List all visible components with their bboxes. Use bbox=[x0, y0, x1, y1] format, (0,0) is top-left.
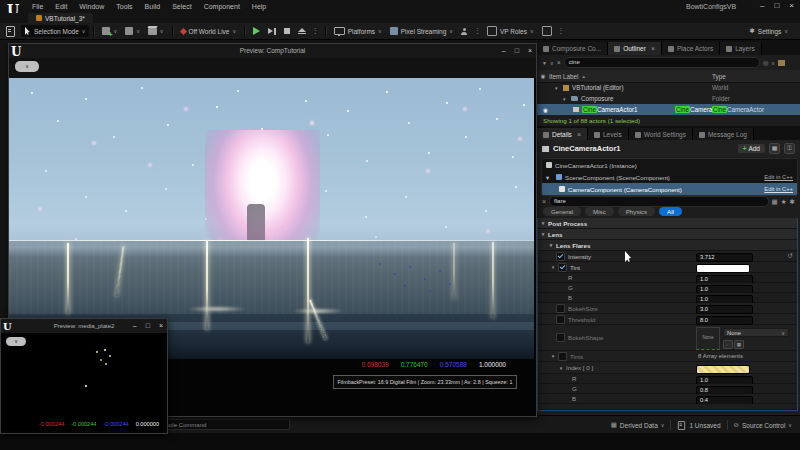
collapse-icon[interactable]: ▾ bbox=[555, 85, 563, 91]
viewport-options-dropdown[interactable]: ∨ bbox=[6, 337, 26, 346]
user-button[interactable] bbox=[457, 26, 472, 37]
comp-maximize-button[interactable]: □ bbox=[515, 44, 519, 58]
media-plate-viewport[interactable]: ∨ -0.000244 -0.000244 -0.000244 0.000000 bbox=[1, 333, 165, 431]
outliner-search-input[interactable]: cine bbox=[564, 57, 760, 68]
bokeh-shape-dropdown[interactable]: None ∨ bbox=[723, 328, 789, 337]
media-close-button[interactable]: × bbox=[159, 319, 163, 333]
eye-icon[interactable]: ◉ bbox=[543, 107, 553, 113]
menu-help[interactable]: Help bbox=[246, 3, 272, 10]
checkbox-unchecked[interactable] bbox=[556, 304, 565, 313]
favorites-star-icon[interactable]: ★ bbox=[781, 198, 787, 206]
comp-minimize-button[interactable]: – bbox=[502, 44, 506, 58]
play-button[interactable] bbox=[249, 25, 264, 37]
derived-data-button[interactable]: ▦ Derived Data ∨ bbox=[611, 421, 665, 429]
intensity-value-field[interactable]: 3.712 bbox=[696, 253, 753, 262]
media-maximize-button[interactable]: □ bbox=[146, 319, 150, 333]
stage-monitor-button[interactable] bbox=[538, 24, 556, 38]
menu-tools[interactable]: Tools bbox=[110, 3, 138, 10]
details-settings-icon[interactable]: ✱ bbox=[790, 198, 795, 206]
checkbox-checked[interactable] bbox=[556, 252, 565, 261]
component-row-actor-instance[interactable]: CineCameraActor1 (Instance) bbox=[542, 159, 797, 171]
settings-dropdown[interactable]: ✱ Settings ∨ bbox=[745, 25, 792, 37]
comp-close-button[interactable]: × bbox=[528, 44, 532, 58]
tint-element-color-swatch[interactable] bbox=[696, 365, 750, 374]
checkbox-unchecked[interactable] bbox=[556, 315, 565, 324]
pixel-streaming-dropdown[interactable]: Pixel Streaming ∨ bbox=[386, 25, 457, 37]
stage-options-kebab[interactable]: ⋮ bbox=[556, 27, 567, 35]
use-selected-asset-icon[interactable]: ← bbox=[723, 340, 733, 349]
outliner-settings-icon[interactable] bbox=[788, 59, 795, 66]
media-minimize-button[interactable]: – bbox=[133, 319, 137, 333]
clear-search-icon[interactable]: × bbox=[557, 59, 561, 66]
blueprints-dropdown[interactable]: ∨ bbox=[121, 25, 144, 37]
composite-viewport[interactable] bbox=[9, 78, 534, 359]
menu-file[interactable]: File bbox=[26, 3, 49, 10]
source-control-button[interactable]: ⊘ Source Control ∨ bbox=[734, 421, 792, 429]
clear-search-icon[interactable]: × bbox=[542, 198, 546, 205]
category-lens-flares[interactable]: ▾ Lens Flares bbox=[538, 240, 797, 251]
viewport-options-dropdown[interactable]: ∨ bbox=[15, 61, 39, 72]
add-component-button[interactable]: + Add bbox=[738, 144, 765, 153]
value-field[interactable]: 8.0 bbox=[696, 316, 753, 325]
eye-icon[interactable]: ◉ bbox=[537, 73, 549, 79]
platforms-dropdown[interactable]: Platforms ∨ bbox=[330, 25, 386, 37]
column-item-label[interactable]: Item Label bbox=[549, 73, 578, 80]
launch-button[interactable] bbox=[294, 26, 310, 37]
bokeh-shape-thumbnail[interactable]: None bbox=[696, 327, 720, 350]
chip-misc[interactable]: Misc bbox=[585, 207, 614, 216]
browse-to-asset-icon[interactable]: ▦ bbox=[734, 340, 744, 349]
tint-color-swatch[interactable] bbox=[696, 264, 750, 273]
collapse-icon[interactable]: ▾ bbox=[546, 174, 553, 181]
collapse-icon[interactable]: ▾ bbox=[548, 353, 558, 359]
value-field[interactable]: 3.0 bbox=[696, 305, 753, 314]
stop-button[interactable] bbox=[280, 26, 294, 36]
tab-composure-compositing[interactable]: Composure Co... bbox=[537, 42, 608, 55]
tab-place-actors[interactable]: Place Actors bbox=[662, 42, 720, 55]
menu-component[interactable]: Component bbox=[198, 3, 246, 10]
close-icon[interactable]: × bbox=[577, 131, 581, 138]
console-command-input[interactable]: Console Command bbox=[150, 419, 290, 430]
outliner-row-cinecameraactor[interactable]: ◉ CineCameraActor1 CineCameraActor CineC… bbox=[537, 104, 800, 115]
window-close-button[interactable]: × bbox=[789, 1, 794, 10]
category-lens[interactable]: ▾ Lens bbox=[538, 229, 797, 240]
tab-layers[interactable]: Layers bbox=[720, 42, 762, 55]
menu-build[interactable]: Build bbox=[139, 3, 167, 10]
selection-mode-dropdown[interactable]: Selection Mode ∨ bbox=[21, 25, 89, 37]
tab-vbtutorial[interactable]: VBTutorial_3* bbox=[28, 13, 93, 23]
outliner-row-composure-folder[interactable]: ▾ Composure Folder bbox=[537, 93, 800, 104]
checkbox-unchecked[interactable] bbox=[558, 352, 567, 361]
component-row-camera-component[interactable]: CameraComponent (CameraComponent) Edit i… bbox=[542, 183, 797, 195]
view-options-icon[interactable]: ◎ bbox=[763, 59, 769, 67]
window-minimize-button[interactable]: – bbox=[760, 1, 764, 10]
checkbox-checked[interactable] bbox=[558, 263, 567, 272]
chip-all[interactable]: All bbox=[659, 207, 682, 216]
menu-edit[interactable]: Edit bbox=[49, 3, 73, 10]
view-options-button[interactable]: ▦ bbox=[769, 143, 780, 154]
outliner-row-world[interactable]: ▾ VBTutorial (Editor) World bbox=[537, 82, 800, 93]
collapse-icon[interactable]: ▾ bbox=[563, 96, 571, 102]
chip-general[interactable]: General bbox=[543, 207, 581, 216]
save-icon[interactable] bbox=[6, 26, 15, 37]
lock-open-icon[interactable]: ⚿ bbox=[784, 143, 795, 154]
collapse-icon[interactable]: ▾ bbox=[556, 365, 566, 371]
menu-select[interactable]: Select bbox=[166, 3, 197, 10]
window-maximize-button[interactable]: □ bbox=[774, 1, 779, 10]
collapse-icon[interactable]: ▾ bbox=[548, 264, 558, 270]
comp-preview-titlebar[interactable]: Preview: CompTutorial bbox=[9, 44, 536, 59]
user-options-kebab[interactable]: ⋮ bbox=[472, 27, 483, 35]
add-actor-dropdown[interactable]: ∨ bbox=[98, 25, 121, 37]
column-type[interactable]: Type bbox=[712, 73, 726, 80]
category-post-process[interactable]: ▾ Post Process bbox=[538, 218, 797, 229]
details-search-input[interactable]: flare bbox=[549, 196, 768, 207]
frame-skip-button[interactable] bbox=[264, 26, 280, 37]
filter-funnel-icon[interactable]: ▼ bbox=[542, 60, 547, 66]
tab-outliner[interactable]: Outliner × bbox=[608, 42, 662, 55]
checkbox-unchecked[interactable] bbox=[556, 333, 565, 342]
vp-roles-dropdown[interactable]: VP Roles ∨ bbox=[483, 24, 538, 38]
edit-in-cpp-link[interactable]: Edit in C++ bbox=[764, 174, 793, 180]
close-icon[interactable]: × bbox=[651, 45, 655, 52]
chip-physics[interactable]: Physics bbox=[618, 207, 655, 216]
create-folder-icon[interactable] bbox=[778, 60, 785, 66]
cinematics-dropdown[interactable]: ∨ bbox=[144, 26, 168, 37]
component-row-scene-component[interactable]: ▾ SceneComponent (SceneComponent) Edit i… bbox=[542, 171, 797, 183]
